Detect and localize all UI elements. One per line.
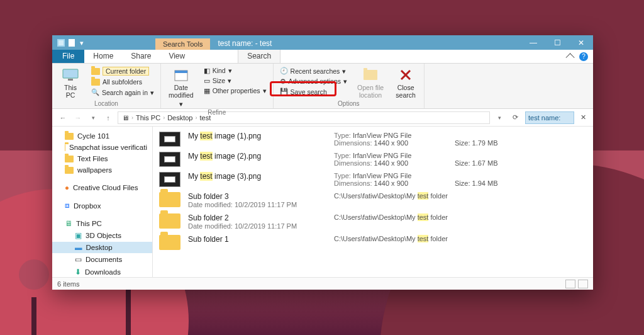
advanced-options-button[interactable]: ⚙Advanced options ▾ — [279, 77, 348, 86]
all-subfolders-button[interactable]: All subfolders — [90, 77, 155, 86]
clear-search-button[interactable]: ✕ — [578, 113, 588, 122]
result-row[interactable]: My test image (1).png Type: IrfanView PN… — [153, 129, 593, 149]
group-label: Location — [57, 100, 155, 107]
result-size: Size: 1.94 MB — [455, 172, 498, 187]
item-count: 6 items — [57, 280, 79, 288]
result-row[interactable]: My test image (3).png Type: IrfanView PN… — [153, 169, 593, 190]
tree-item-desktop[interactable]: ▬Desktop — [52, 242, 152, 253]
clock-icon: 🕘 — [280, 67, 288, 75]
close-search-button[interactable]: Close search — [392, 66, 419, 100]
up-button[interactable]: ↑ — [103, 112, 114, 123]
desktop-icon: ▬ — [75, 244, 82, 251]
breadcrumb-segment[interactable]: This PC — [136, 114, 160, 122]
address-bar: ← → ▾ ↑ 🖥› This PC› Desktop› test ▾ ⟳ te… — [52, 109, 593, 127]
view-details-button[interactable] — [565, 280, 575, 288]
view-large-button[interactable] — [578, 280, 588, 288]
download-icon: ⬇ — [75, 268, 81, 276]
result-date: Date modified: 10/2/2019 11:17 PM — [188, 222, 326, 230]
open-file-location-button: Open file location — [355, 66, 386, 100]
doc-icon: ▭ — [75, 255, 82, 264]
svg-rect-1 — [58, 40, 64, 45]
maximize-button[interactable]: ☐ — [545, 35, 569, 50]
kind-icon: ◧ — [204, 67, 210, 74]
svg-rect-3 — [63, 69, 78, 78]
recent-searches-button[interactable]: 🕘Recent searches ▾ — [279, 66, 348, 76]
tree-item-dropbox[interactable]: ⧈Dropbox — [52, 200, 152, 212]
gear-icon: ⚙ — [280, 77, 286, 85]
window-title: test name: - test — [210, 37, 279, 50]
tree-item[interactable]: ▣3D Objects — [52, 229, 152, 242]
result-name: Sub folder 1 — [188, 235, 326, 244]
result-path: C:\Users\fatiw\Desktop\My test folder — [334, 213, 448, 221]
tree-item[interactable]: wallpapers — [52, 164, 152, 176]
props-icon: ▦ — [204, 87, 210, 94]
collapse-ribbon-icon[interactable] — [566, 53, 575, 62]
recent-locations-button[interactable]: ▾ — [87, 112, 99, 123]
refresh-button[interactable]: ⟳ — [509, 113, 521, 122]
explorer-window: ▾ Search Tools test name: - test — ☐ ✕ F… — [52, 35, 593, 290]
explorer-icon — [57, 39, 65, 47]
tree-item[interactable]: ▭Documents — [52, 253, 152, 266]
titlebar: ▾ Search Tools test name: - test — ☐ ✕ — [52, 35, 593, 50]
folder-icon — [65, 133, 74, 140]
search-icon: 🔍 — [91, 88, 99, 96]
ribbon-group-location: This PC Current folder All subfolders 🔍S… — [52, 64, 161, 108]
result-meta: Type: IrfanView PNG FileDimensions: 1440… — [334, 132, 447, 147]
group-label: Refine — [166, 109, 268, 116]
minimize-button[interactable]: — — [521, 35, 545, 50]
image-thumb — [159, 132, 180, 147]
result-meta: Type: IrfanView PNG FileDimensions: 1440… — [334, 172, 447, 187]
folder-thumb — [159, 235, 180, 250]
help-icon[interactable]: ? — [579, 52, 588, 61]
tree-item[interactable]: Text Files — [52, 153, 152, 164]
ribbon: This PC Current folder All subfolders 🔍S… — [52, 64, 593, 109]
result-row[interactable]: My test image (2).png Type: IrfanView PN… — [153, 149, 593, 169]
result-row[interactable]: Sub folder 3Date modified: 10/2/2019 11:… — [153, 190, 593, 211]
tree-item[interactable]: Cycle 101 — [52, 130, 152, 142]
quick-access-toolbar: ▾ — [52, 35, 92, 50]
navigation-pane[interactable]: Cycle 101 Snapchat issue verificati Text… — [52, 127, 153, 277]
group-label: Options — [279, 100, 419, 107]
svg-rect-6 — [175, 71, 187, 73]
result-size: Size: 1.79 MB — [455, 132, 498, 147]
result-name: Sub folder 2 — [188, 213, 326, 222]
result-row[interactable]: Sub folder 1 C:\Users\fatiw\Desktop\My t… — [153, 232, 593, 253]
date-modified-button[interactable]: Date modified ▾ — [166, 66, 196, 109]
breadcrumb-dropdown[interactable]: ▾ — [494, 112, 505, 123]
search-input[interactable]: test name: — [525, 111, 574, 124]
tab-view[interactable]: View — [160, 50, 194, 63]
tree-item[interactable]: ⬇Downloads — [52, 266, 152, 277]
tab-search[interactable]: Search — [238, 50, 280, 63]
tab-file[interactable]: File — [52, 50, 84, 63]
result-row[interactable]: Sub folder 2Date modified: 10/2/2019 11:… — [153, 211, 593, 232]
tree-item-ccf[interactable]: ●Creative Cloud Files — [52, 182, 152, 193]
tree-item-thispc[interactable]: 🖥This PC — [52, 218, 152, 229]
other-properties-button[interactable]: ▦Other properties ▾ — [203, 86, 268, 95]
tree-item[interactable]: Snapchat issue verificati — [52, 142, 152, 153]
status-bar: 6 items — [52, 277, 593, 290]
tab-share[interactable]: Share — [122, 50, 160, 63]
kind-button[interactable]: ◧Kind ▾ — [203, 66, 268, 75]
calendar-icon — [172, 67, 190, 82]
results-pane[interactable]: My test image (1).png Type: IrfanView PN… — [153, 127, 593, 277]
folder-icon — [91, 68, 100, 75]
context-tab-search-tools[interactable]: Search Tools — [155, 38, 210, 50]
this-pc-button[interactable]: This PC — [57, 66, 84, 100]
tab-home[interactable]: Home — [84, 50, 122, 63]
close-x-icon — [397, 67, 414, 82]
folder-thumb — [159, 213, 180, 229]
dropdown-icon[interactable]: ▾ — [80, 39, 87, 47]
folder-thumb — [159, 192, 180, 207]
result-meta: Type: IrfanView PNG FileDimensions: 1440… — [334, 152, 447, 167]
result-name: Sub folder 3 — [188, 192, 326, 201]
doc-icon[interactable] — [69, 39, 76, 47]
svg-rect-2 — [69, 39, 75, 47]
search-again-button[interactable]: 🔍Search again in ▾ — [90, 88, 155, 97]
forward-button[interactable]: → — [72, 112, 84, 123]
current-folder-button[interactable]: Current folder — [90, 66, 155, 76]
close-button[interactable]: ✕ — [569, 35, 593, 50]
size-button[interactable]: ▭Size ▾ — [203, 76, 268, 85]
save-search-button[interactable]: 💾Save search — [279, 87, 348, 96]
back-button[interactable]: ← — [57, 112, 69, 123]
cube-icon: ▣ — [75, 231, 82, 240]
